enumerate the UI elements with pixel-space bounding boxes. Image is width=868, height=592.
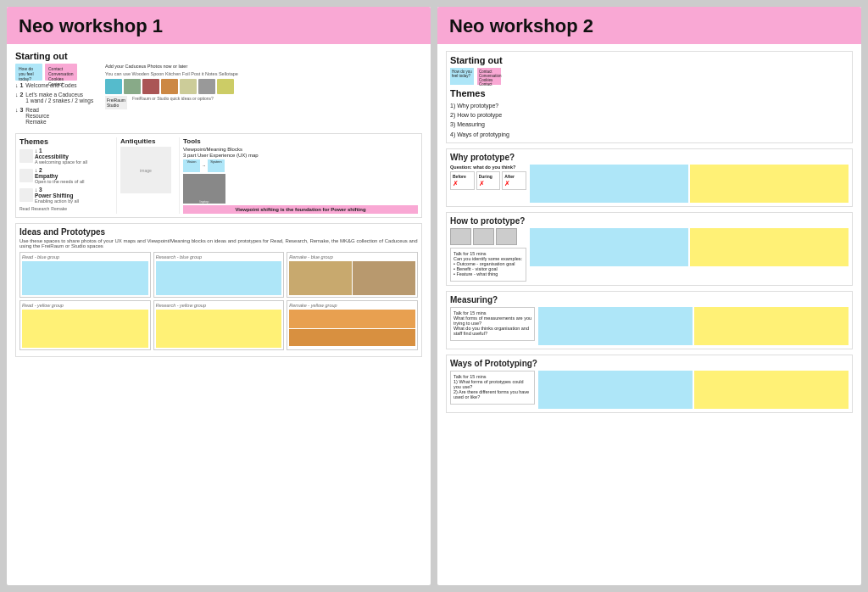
starting-out-1-area: How do you feel today? Contact Conversat… [15, 64, 422, 128]
theme-2-desc: Open to the needs of all [35, 179, 84, 184]
measuring-section: Measuring? Talk for 15 minsWhat forms of… [446, 291, 853, 349]
steps-column: How do you feel today? Contact Conversat… [15, 64, 100, 128]
thumb-2 [124, 79, 141, 94]
ways-sticky-yellow [694, 371, 849, 409]
proto-research-yellow: Research - yellow group [153, 300, 285, 350]
proto-read-blue: Read - blue group [19, 252, 151, 298]
theme-1-desc: A welcoming space for all [35, 159, 87, 165]
why-prototype-stickies [530, 165, 849, 203]
ideas-section: Ideas and Prototypes Use these spaces to… [15, 223, 422, 357]
how-prototype-images [450, 228, 526, 245]
how-sticky-yellow [690, 228, 849, 266]
bda-label: Question: what do you think? [450, 165, 526, 170]
how-prototype-title: How to prototype? [450, 216, 849, 226]
how-talk-box: Talk for 15 minsCan you identify some ex… [450, 248, 526, 282]
viewpoint-highlight: Viewpoint shifting is the foundation for… [183, 205, 418, 214]
theme-2-name: ↓ 2Empathy [35, 167, 84, 179]
laptop-image: laptop [183, 174, 225, 204]
ways-stickies [538, 371, 849, 409]
thumb-1 [105, 79, 122, 94]
wooden-spoon-text: You can use Wooden Spoon Kitchen Foil Po… [105, 71, 422, 76]
step-3: ↓ 3 ReadResourceRemake [15, 107, 100, 125]
thumb-4 [161, 79, 178, 94]
how-prototype-content: Talk for 15 minsCan you identify some ex… [450, 228, 849, 282]
why-prototype-title: Why prototype? [450, 153, 849, 162]
prototype-grid-yellow: Read - yellow group Research - yellow gr… [19, 300, 418, 350]
research-blue-area [156, 261, 282, 295]
theme-icon-1 [19, 149, 33, 163]
workshop-2-content: Starting out How do you feel today? Cont… [437, 44, 861, 585]
theme-1: ↓ 1Accessibility A welcoming space for a… [19, 148, 113, 165]
theme-icon-2 [19, 169, 33, 182]
how-img-1 [450, 228, 471, 245]
theme-3-name: ↓ 3Power Shifting [35, 187, 79, 198]
caption-text: Add your Caduceus Photos now or later [105, 64, 422, 69]
workshop-2-header: Neo workshop 2 [437, 7, 861, 44]
ways-content: Talk for 15 mins1) What forms of prototy… [450, 371, 849, 409]
ux-map-label: 3 part User Experience (UX) map [183, 153, 418, 158]
workshop-panel-1: Neo workshop 1 Starting out How do you f… [7, 7, 431, 585]
measuring-sticky-blue [538, 307, 693, 345]
thumb-7 [217, 79, 234, 94]
thumb-3 [142, 79, 159, 94]
why-prototype-content: Question: what do you think? Before ✗ Du… [450, 165, 849, 203]
measuring-sticky-yellow [694, 307, 849, 345]
workshop-panel-2: Neo workshop 2 Starting out How do you f… [437, 7, 861, 585]
remake-blue-photo1 [289, 261, 352, 295]
ideas-label: Ideas and Prototypes [19, 227, 418, 237]
main-container: Neo workshop 1 Starting out How do you f… [0, 0, 868, 592]
thumb-5 [180, 79, 197, 94]
after-x: ✗ [504, 180, 510, 187]
thumb-6 [198, 79, 215, 94]
starting-out-1-title: Starting out [15, 51, 422, 61]
starting-out-right: Add your Caduceus Photos now or later Yo… [105, 64, 422, 109]
read-yellow-area [22, 310, 148, 348]
proto-remake-blue: Remake - blue group [287, 252, 418, 298]
image-strip-1 [105, 79, 422, 94]
proto-read-yellow: Read - yellow group [19, 300, 151, 350]
theme-3-desc: Enabling action by all [35, 198, 79, 204]
starting-out-2-section: Starting out How do you feel today? Cont… [446, 51, 853, 143]
vision-box: Vision [183, 159, 200, 172]
ideas-desc: Use these spaces to share photos of your… [19, 238, 418, 249]
research-yellow-area [156, 310, 282, 348]
themes-2-area: Themes 1) Why prototype? 2) How to proto… [450, 88, 849, 139]
antiquities-image: image [120, 147, 171, 193]
remake-yellow-photo1 [289, 310, 415, 328]
theme-sub-labels: Read Research Remake [19, 206, 113, 211]
why-prototype-section: Why prototype? Question: what do you thi… [446, 148, 853, 207]
antiquities-label: Antiquities [120, 137, 175, 145]
themes-tools-area: Themes ↓ 1Accessibility A welcoming spac… [15, 133, 422, 218]
measuring-stickies [538, 307, 849, 345]
theme-1-name: ↓ 1Accessibility [35, 148, 87, 159]
remake-yellow-photo2 [289, 329, 415, 346]
freiraum-caption: FreiRaum or Studio quick ideas or option… [132, 96, 214, 109]
bda-row: Before ✗ During ✗ After ✗ [450, 171, 526, 190]
theme-2: ↓ 2Empathy Open to the needs of all [19, 167, 113, 184]
step-1: ↓ 1 Welcome and Codes [15, 82, 100, 88]
system-box: System [208, 159, 225, 172]
freiraum-logo: FreiRaumStudio [105, 96, 127, 109]
how-img-3 [496, 228, 517, 245]
workshop-2-title: Neo workshop 2 [449, 15, 593, 36]
theme-icon-3 [19, 188, 33, 202]
how-prototype-section: How to prototype? Talk for 15 minsCan yo… [446, 212, 853, 286]
themes-label-1: Themes [19, 137, 113, 146]
ways-sticky-blue [538, 371, 693, 409]
why-sticky-blue-1 [530, 165, 688, 203]
measuring-content: Talk for 15 minsWhat forms of measuremen… [450, 307, 849, 345]
why-prototype-left: Question: what do you think? Before ✗ Du… [450, 165, 526, 190]
freiraum-row: FreiRaumStudio FreiRaum or Studio quick … [105, 96, 422, 109]
how-prototype-left: Talk for 15 minsCan you identify some ex… [450, 228, 526, 282]
sticky-contact: Contact Conversation Cookies Contact [45, 64, 77, 81]
starting-out-2-title: Starting out [450, 55, 849, 65]
how-sticky-blue [530, 228, 688, 266]
measuring-title: Measuring? [450, 295, 849, 304]
proto-remake-yellow: Remake - yellow group [287, 300, 418, 350]
why-sticky-yellow-1 [690, 165, 849, 203]
after-col: After ✗ [502, 171, 526, 190]
prototype-grid-blue: Read - blue group Research - blue group … [19, 252, 418, 298]
antiquities-section: Antiquities image [116, 137, 175, 214]
tools-label: Tools [183, 137, 418, 145]
how-img-2 [473, 228, 494, 245]
